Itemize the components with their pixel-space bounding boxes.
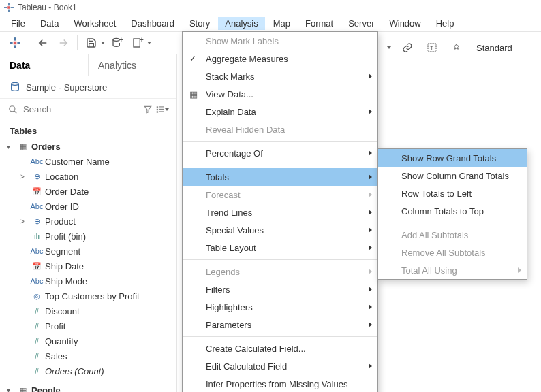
field-order-id[interactable]: AbcOrder ID — [4, 199, 172, 214]
menu-item-infer-properties-from-missing-values[interactable]: Infer Properties from Missing Values — [183, 375, 377, 392]
menu-item-totals[interactable]: Totals — [183, 168, 377, 186]
tableau-home-button[interactable] — [5, 33, 25, 52]
submenu-item-show-column-grand-totals[interactable]: Show Column Grand Totals — [378, 167, 527, 184]
menu-item-stack-marks[interactable]: Stack Marks — [183, 67, 377, 85]
svg-rect-8 — [17, 42, 20, 44]
view-dropdown[interactable] — [165, 108, 169, 111]
menu-item-forecast: Forecast — [183, 186, 377, 203]
submenu-item-total-all-using: Total All Using — [378, 261, 527, 279]
filter-icon[interactable] — [143, 103, 153, 116]
menu-file[interactable]: File — [4, 17, 32, 30]
menu-item-filters[interactable]: Filters — [183, 280, 377, 298]
field-type-icon: ⊕ — [29, 217, 45, 226]
svg-rect-6 — [14, 45, 16, 48]
submenu-item-column-totals-to-top[interactable]: Column Totals to Top — [378, 202, 527, 220]
svg-rect-1 — [8, 10, 10, 12]
data-pane: Data Analytics Sample - Superstore Table… — [0, 54, 177, 392]
svg-rect-21 — [159, 111, 164, 112]
svg-rect-3 — [11, 7, 14, 8]
field-profit-bin-[interactable]: ılıProfit (bin) — [4, 229, 172, 244]
menu-item-parameters[interactable]: Parameters — [183, 316, 377, 333]
table-people[interactable]: ▾ ▦ People — [4, 382, 172, 392]
field-type-icon: # — [29, 307, 45, 315]
svg-rect-17 — [159, 106, 164, 107]
menu-window[interactable]: Window — [382, 17, 427, 30]
menu-item-trend-lines[interactable]: Trend Lines — [183, 203, 377, 221]
search-icon — [8, 105, 18, 114]
svg-rect-5 — [14, 37, 16, 41]
field-ship-mode[interactable]: AbcShip Mode — [4, 274, 172, 289]
tables-header: Tables — [0, 120, 176, 139]
save-button[interactable] — [82, 33, 101, 52]
save-dropdown[interactable] — [99, 42, 106, 44]
menu-analysis[interactable]: Analysis — [218, 17, 264, 30]
menu-item-view-data-[interactable]: ▦View Data... — [183, 85, 377, 103]
menu-worksheet[interactable]: Worksheet — [67, 17, 123, 30]
fields-tree: ▾ ▦ Orders AbcCustomer Name>⊕Location📅Or… — [0, 139, 176, 392]
svg-point-15 — [10, 106, 15, 112]
tab-analytics[interactable]: Analytics — [88, 54, 176, 76]
menu-server[interactable]: Server — [341, 17, 381, 30]
tableau-logo-icon — [4, 3, 14, 12]
submenu-item-row-totals-to-left[interactable]: Row Totals to Left — [378, 184, 527, 202]
field-ship-date[interactable]: 📅Ship Date — [4, 259, 172, 274]
menu-data[interactable]: Data — [33, 17, 65, 30]
highlight-dropdown[interactable] — [386, 46, 392, 49]
submenu-item-add-all-subtotals: Add All Subtotals — [378, 226, 527, 244]
field-orders-count-[interactable]: #Orders (Count) — [4, 363, 172, 378]
svg-rect-4 — [7, 6, 10, 9]
view-list-icon[interactable] — [155, 103, 165, 116]
field-customer-name[interactable]: AbcCustomer Name — [4, 154, 172, 169]
svg-rect-16 — [157, 106, 158, 108]
new-worksheet-button[interactable]: + — [128, 33, 147, 52]
menu-format[interactable]: Format — [298, 17, 340, 30]
field-product[interactable]: >⊕Product — [4, 214, 172, 229]
menu-item-edit-calculated-field[interactable]: Edit Calculated Field — [183, 357, 377, 375]
field-type-icon: # — [29, 367, 45, 375]
menu-item-explain-data[interactable]: Explain Data — [183, 103, 377, 120]
titlebar: Tableau - Book1 — [0, 0, 541, 15]
field-type-icon: ◎ — [29, 292, 45, 301]
submenu-item-show-row-grand-totals[interactable]: Show Row Grand Totals — [378, 149, 527, 167]
datasource-row[interactable]: Sample - Superstore — [0, 76, 176, 98]
svg-text:T: T — [430, 45, 433, 51]
field-type-icon: # — [29, 337, 45, 345]
field-profit[interactable]: #Profit — [4, 318, 172, 333]
new-datasource-button[interactable]: + — [108, 33, 127, 52]
menu-help[interactable]: Help — [429, 17, 461, 30]
menu-item-highlighters[interactable]: Highlighters — [183, 298, 377, 316]
field-segment[interactable]: AbcSegment — [4, 244, 172, 259]
field-location[interactable]: >⊕Location — [4, 169, 172, 184]
field-discount[interactable]: #Discount — [4, 304, 172, 318]
menu-item-table-layout[interactable]: Table Layout — [183, 239, 377, 257]
datasource-name: Sample - Superstore — [26, 82, 107, 93]
svg-point-10 — [113, 38, 119, 41]
field-type-icon: Abc — [29, 277, 45, 285]
back-button[interactable] — [33, 33, 52, 52]
field-order-date[interactable]: 📅Order Date — [4, 184, 172, 199]
menu-item-create-calculated-field-[interactable]: Create Calculated Field... — [183, 340, 377, 357]
field-sales[interactable]: #Sales — [4, 348, 172, 363]
new-worksheet-dropdown[interactable] — [146, 42, 153, 44]
menu-story[interactable]: Story — [183, 17, 217, 30]
menu-item-percentage-of[interactable]: Percentage Of — [183, 144, 377, 162]
menu-map[interactable]: Map — [266, 17, 297, 30]
fit-label: Standard — [476, 43, 512, 53]
menu-item-special-values[interactable]: Special Values — [183, 221, 377, 239]
menu-item-aggregate-measures[interactable]: ✓Aggregate Measures — [183, 50, 377, 67]
field-quantity[interactable]: #Quantity — [4, 333, 172, 348]
field-type-icon: # — [29, 352, 45, 360]
field-top-customers-by-profit[interactable]: ◎Top Customers by Profit — [4, 289, 172, 304]
svg-rect-20 — [157, 111, 158, 112]
forward-button[interactable] — [54, 33, 73, 52]
tab-data[interactable]: Data — [0, 54, 88, 76]
totals-submenu: Show Row Grand TotalsShow Column Grand T… — [377, 148, 527, 280]
menu-dashboard[interactable]: Dashboard — [124, 17, 181, 30]
svg-rect-7 — [10, 42, 13, 44]
field-type-icon: # — [29, 322, 45, 330]
field-type-icon: Abc — [29, 157, 45, 165]
field-type-icon: Abc — [29, 247, 45, 255]
svg-rect-11 — [134, 39, 140, 47]
table-orders[interactable]: ▾ ▦ Orders — [4, 139, 172, 154]
search-input[interactable] — [20, 101, 140, 117]
